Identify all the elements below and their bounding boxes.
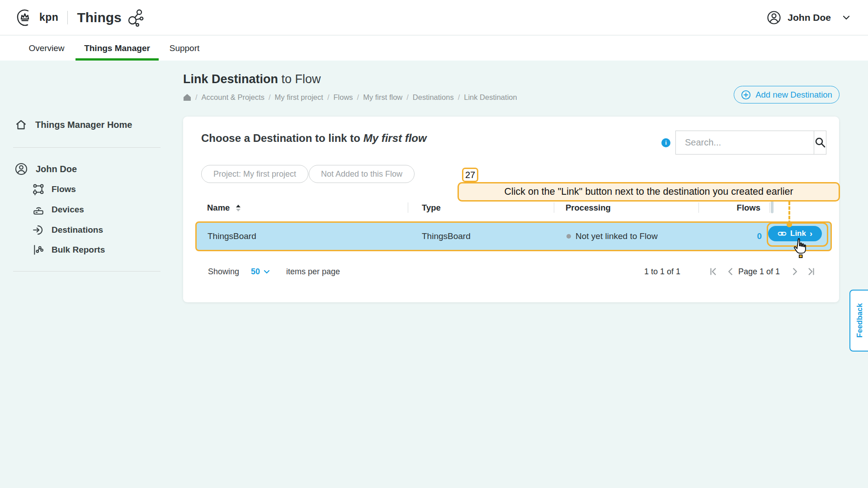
breadcrumb-separator: / [406,93,409,102]
sidebar-item-things-manager-home[interactable]: Things Manager Home [15,119,132,131]
sidebar-divider [13,147,160,148]
sidebar-item-devices[interactable]: Devices [33,204,84,216]
primary-nav: Overview Things Manager Support [0,36,868,61]
app-header: kpn Things [0,0,868,35]
active-tab-indicator [75,58,159,61]
breadcrumb-separator: / [357,93,359,102]
person-circle-icon [15,163,28,175]
column-divider [554,202,554,213]
destination-list-card: Choose a Destination to link to My first… [183,117,839,302]
annotation-connector-line [788,202,790,224]
sidebar-user-label: John Doe [36,164,77,174]
brand-home-link[interactable]: kpn Things [15,8,145,28]
kpn-things-page: kpn Things [0,0,868,488]
tab-things-manager[interactable]: Things Manager [75,36,159,61]
chevron-down-icon [843,15,850,20]
pagination-next-button[interactable] [790,267,800,277]
chevron-down-icon [264,270,270,274]
sidebar-bulk-reports-label: Bulk Reports [52,245,105,255]
page-title-strong: Link Destination [183,72,278,86]
breadcrumb-item-project[interactable]: My first project [275,93,323,102]
column-header-type: Type [422,201,441,215]
destinations-icon [33,224,44,236]
breadcrumb-item-flows[interactable]: Flows [333,93,353,102]
user-menu[interactable]: John Doe [767,0,850,35]
search-icon [814,136,826,149]
column-header-flows: Flows [703,201,760,215]
breadcrumb-separator: / [458,93,460,102]
page-title-rest: to Flow [278,72,321,86]
pagination-last-button[interactable] [806,267,816,277]
tab-things-manager-label: Things Manager [84,43,150,53]
sidebar-item-bulk-reports[interactable]: Bulk Reports [33,244,105,256]
column-header-processing: Processing [566,201,611,215]
column-name-label: Name [207,201,230,215]
breadcrumb-item-link-destination[interactable]: Link Destination [464,93,517,102]
filter-chip-project[interactable]: Project: My first project [201,165,308,183]
search-button[interactable] [814,131,826,154]
page-size-select[interactable]: 50 [251,265,270,278]
user-avatar-icon [767,10,781,25]
table-row-thingsboard[interactable]: ThingsBoard ThingsBoard Not yet linked t… [195,221,832,251]
sort-icon [236,205,241,211]
filter-chip-not-added[interactable]: Not Added to this Flow [309,165,415,183]
brand-kpn-label: kpn [39,11,58,23]
page-size-value: 50 [251,265,260,278]
tab-support[interactable]: Support [160,36,209,61]
status-dot-icon [566,234,571,239]
sidebar-destinations-label: Destinations [52,225,103,235]
card-heading-flow-name: My first flow [363,132,427,144]
column-divider [408,202,408,213]
sidebar-item-user[interactable]: John Doe [15,163,77,175]
breadcrumb-home-icon[interactable] [183,94,191,101]
feedback-tab[interactable]: Feedback [849,290,868,352]
sidebar-item-destinations[interactable]: Destinations [33,224,103,236]
column-divider [698,202,699,213]
plus-circle-icon [741,90,751,100]
sidebar-home-label: Things Manager Home [35,120,132,130]
sidebar-item-flows[interactable]: Flows [33,183,76,195]
breadcrumb-separator: / [195,93,198,102]
pagination-prev-button[interactable] [726,267,736,277]
sidebar-devices-label: Devices [52,205,84,215]
add-new-destination-button[interactable]: Add new Destination [734,86,840,103]
kpn-crown-logo-icon [15,8,35,28]
flows-icon [33,183,44,195]
filter-chip-not-added-label: Not Added to this Flow [321,169,402,179]
breadcrumb-separator: / [269,93,271,102]
user-name: John Doe [788,12,831,23]
page-title: Link Destination to Flow [183,72,321,86]
row-cell-flows-count: 0 [717,223,762,250]
cursor-pointer-icon [793,238,808,258]
row-cell-name: ThingsBoard [208,223,256,250]
card-heading-prefix: Choose a Destination to link to [201,132,363,144]
pagination-page-label: Page 1 of 1 [738,265,780,278]
devices-icon [33,204,44,216]
pagination-first-button[interactable] [708,267,718,277]
breadcrumb-item-account-projects[interactable]: Account & Projects [202,93,264,102]
row-cell-processing: Not yet linked to Flow [576,223,658,250]
sidebar-flows-label: Flows [52,184,76,194]
breadcrumb: / Account & Projects / My first project … [183,93,517,102]
breadcrumb-item-destinations[interactable]: Destinations [413,93,454,102]
bulk-reports-icon [33,244,44,256]
row-cell-type: ThingsBoard [422,223,471,250]
search-input[interactable] [676,131,814,154]
home-icon [15,119,27,131]
breadcrumb-item-flow[interactable]: My first flow [363,93,402,102]
info-icon[interactable]: i [661,138,670,147]
sidebar-divider [13,271,160,272]
annotation-step-badge: 27 [462,168,478,182]
tab-support-label: Support [170,43,200,53]
column-resize-handle[interactable] [771,201,774,213]
add-new-destination-label: Add new Destination [755,90,832,100]
column-divider [769,202,770,213]
card-heading: Choose a Destination to link to My first… [201,132,427,145]
things-molecule-icon [126,8,145,27]
tab-overview[interactable]: Overview [19,36,75,61]
app-title: Things [77,10,121,25]
feedback-label: Feedback [855,303,864,338]
pagination-showing-label: Showing [208,265,239,278]
annotation-tooltip: Click on the "Link" button next to the d… [458,182,840,202]
column-header-name[interactable]: Name [207,201,241,215]
